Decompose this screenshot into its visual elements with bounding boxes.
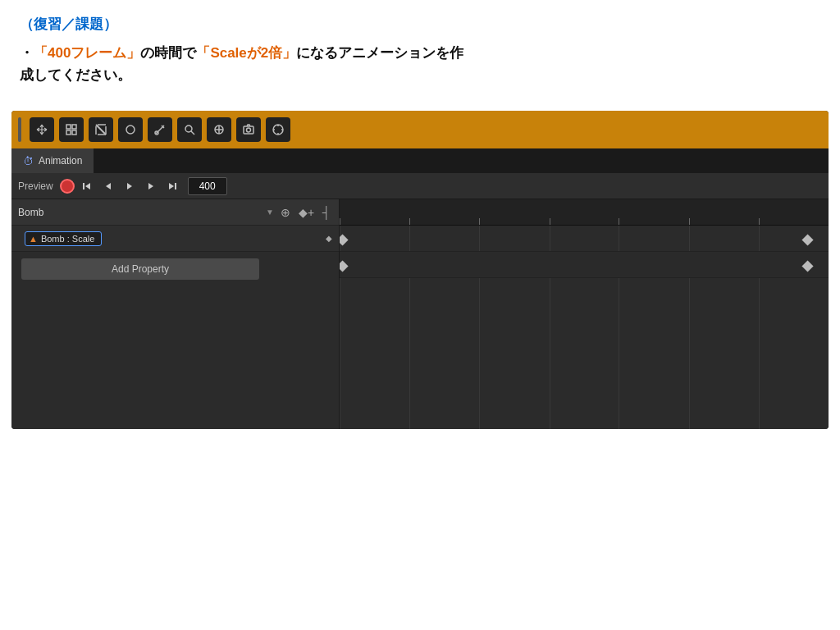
- bomb-label: Bomb: [18, 207, 261, 218]
- instruction-text: ・「400フレーム」の時間で「Scaleが2倍」になるアニメーションを作成してく…: [20, 42, 820, 86]
- left-panel: Bomb ▼ ⊕ ◆+ ┤ ▲ Bomb : Scale ◆ Add Prope…: [11, 199, 340, 429]
- bomb-row: Bomb ▼ ⊕ ◆+ ┤: [11, 199, 339, 226]
- highlight-400frames: 「400フレーム」: [34, 45, 140, 61]
- dropdown-arrow-icon[interactable]: ▼: [266, 208, 274, 217]
- svg-rect-2: [66, 130, 71, 135]
- paint-icon: [153, 123, 167, 136]
- svg-point-11: [185, 126, 192, 132]
- next-icon: [146, 181, 156, 191]
- ruler-tick-icon: [759, 218, 760, 225]
- track-row-scale: [340, 252, 829, 278]
- camera-icon: [242, 123, 255, 136]
- ruler-tick-icon: [689, 218, 690, 225]
- ruler-tick-icon: [550, 218, 550, 225]
- left-edge-indicator: [18, 117, 21, 142]
- brush-icon: [94, 123, 107, 136]
- svg-marker-22: [127, 183, 132, 189]
- ruler-mark-0: 0: [340, 218, 340, 225]
- clock-icon: ⏱: [23, 155, 34, 167]
- next-end-icon: [167, 181, 177, 191]
- circle-icon: [124, 123, 137, 136]
- prev-icon: [103, 181, 113, 191]
- next-end-button[interactable]: [163, 177, 181, 195]
- record-button[interactable]: [60, 179, 75, 194]
- crosshair-icon[interactable]: ⊕: [279, 204, 292, 221]
- prev-start-button[interactable]: [78, 177, 96, 195]
- text-section: （復習／課題） ・「400フレーム」の時間で「Scaleが2倍」になるアニメーシ…: [0, 0, 840, 96]
- property-tag: ▲ Bomb : Scale: [25, 231, 102, 246]
- track-area: [340, 226, 829, 429]
- adjust-icon[interactable]: ┤: [321, 204, 332, 221]
- track-row-bomb: [340, 226, 829, 252]
- move-icon: [35, 123, 48, 136]
- ruler-mark-240: 240: [619, 218, 619, 225]
- svg-marker-21: [106, 183, 111, 189]
- camera-tool-button[interactable]: [236, 117, 261, 142]
- search-icon: [183, 123, 196, 136]
- next-button[interactable]: [142, 177, 160, 195]
- highlight-scale2x: 「Scaleが2倍」: [196, 45, 296, 61]
- svg-line-4: [96, 125, 106, 135]
- svg-marker-20: [85, 183, 90, 189]
- transform-icon: ▲: [29, 234, 38, 244]
- animation-tab[interactable]: ⏱ Animation: [11, 148, 94, 173]
- ruler: 060120180240300360420: [340, 199, 829, 226]
- editor-panel: ⏱ Animation Preview: [11, 111, 829, 429]
- compass-tool-button[interactable]: [266, 117, 290, 142]
- add-property-button[interactable]: Add Property: [21, 258, 259, 280]
- tab-bar: ⏱ Animation: [11, 148, 829, 173]
- anim-main: Bomb ▼ ⊕ ◆+ ┤ ▲ Bomb : Scale ◆ Add Prope…: [11, 199, 829, 429]
- diamond-add-icon[interactable]: ◆+: [297, 204, 316, 221]
- brush-tool-button[interactable]: [89, 117, 113, 142]
- toolbar-area: [11, 111, 829, 148]
- ruler-tick-icon: [340, 218, 340, 225]
- grid-tool-button[interactable]: [59, 117, 84, 142]
- ruler-mark-60: 60: [409, 218, 410, 225]
- prev-button[interactable]: [99, 177, 117, 195]
- ruler-mark-120: 120: [479, 218, 480, 225]
- preview-label: Preview: [18, 180, 53, 192]
- bomb-scale-row: ▲ Bomb : Scale ◆: [11, 226, 339, 252]
- compass-icon: [272, 123, 285, 136]
- svg-rect-1: [72, 125, 76, 129]
- ruler-mark-180: 180: [550, 218, 550, 225]
- ruler-tick-icon: [619, 218, 619, 225]
- svg-rect-19: [83, 183, 84, 189]
- animation-tab-label: Animation: [39, 155, 82, 167]
- preview-bar: Preview: [11, 173, 829, 199]
- review-heading: （復習／課題）: [20, 15, 820, 34]
- paint-tool-button[interactable]: [148, 117, 172, 142]
- svg-point-17: [247, 128, 251, 132]
- svg-line-12: [191, 131, 194, 135]
- timeline-panel[interactable]: 060120180240300360420: [340, 199, 829, 429]
- frame-input[interactable]: 400: [188, 177, 227, 195]
- svg-rect-3: [72, 130, 76, 135]
- play-icon: [125, 181, 135, 191]
- svg-marker-25: [169, 183, 174, 189]
- play-button[interactable]: [121, 177, 139, 195]
- property-name: Bomb : Scale: [41, 234, 94, 244]
- prev-start-icon: [82, 181, 92, 191]
- ruler-mark-360: 360: [759, 218, 760, 225]
- ruler-mark-300: 300: [689, 218, 690, 225]
- search-tool-button[interactable]: [177, 117, 202, 142]
- move-tool-button[interactable]: [30, 117, 54, 142]
- svg-rect-0: [66, 125, 71, 129]
- svg-rect-24: [175, 183, 176, 189]
- drag-icon: [212, 123, 226, 136]
- svg-point-9: [126, 126, 135, 134]
- grid-icon: [65, 123, 78, 136]
- keyframe[interactable]: [340, 234, 349, 245]
- ruler-tick-icon: [409, 218, 410, 225]
- keyframe-indicator-icon[interactable]: ◆: [326, 234, 332, 243]
- keyframe[interactable]: [802, 260, 814, 272]
- ruler-tick-icon: [479, 218, 480, 225]
- circle-tool-button[interactable]: [118, 117, 143, 142]
- keyframe[interactable]: [802, 234, 814, 245]
- keyframe[interactable]: [340, 260, 349, 272]
- svg-marker-23: [148, 183, 153, 189]
- drag-tool-button[interactable]: [207, 117, 231, 142]
